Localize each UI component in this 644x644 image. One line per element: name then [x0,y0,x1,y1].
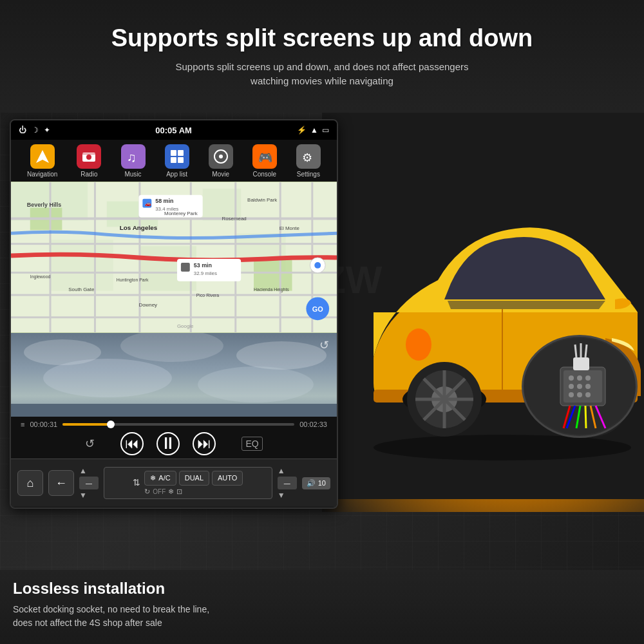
auto-label: AUTO [218,474,237,482]
volume-icon: 🔊 [307,479,316,488]
svg-rect-49 [178,150,184,156]
volume-control[interactable]: 🔊 10 [302,477,330,489]
home-button[interactable]: ⌂ [17,470,43,496]
svg-text:♫: ♫ [127,150,137,164]
app-applist[interactable]: App list [165,144,189,178]
radio-icon [77,144,101,169]
applist-icon [165,144,189,169]
svg-text:53 min: 53 min [194,262,212,269]
dual-button[interactable]: DUAL [179,471,209,486]
svg-line-40 [575,345,576,357]
svg-text:58 min: 58 min [155,198,173,204]
console-icon: 🎮 [252,144,277,169]
ac-button[interactable]: ❄ A/C [144,471,176,486]
brightness-icon: ✦ [44,126,50,135]
navigation-icon [30,144,55,169]
temp-down-right[interactable]: ▼ [278,491,297,500]
app-console[interactable]: 🎮 Console [252,144,277,178]
car-visual [322,113,644,512]
progress-track[interactable] [62,423,294,426]
car-section [322,113,644,512]
back-button[interactable]: ← [48,470,74,496]
settings-label: Settings [297,171,320,178]
video-background [11,333,337,426]
svg-text:Downey: Downey [138,302,157,308]
svg-point-27 [569,384,574,389]
moon-icon: ☽ [32,126,39,135]
replay-icon[interactable]: ↺ [319,338,329,352]
app-radio[interactable]: Radio [77,144,101,178]
svg-rect-65 [11,217,337,220]
app-music[interactable]: ♫ Music [121,144,146,178]
power-icon: ⏻ [19,126,26,135]
repeat-button[interactable]: ↺ [85,437,95,451]
bottom-title: Lossless installation [13,580,631,598]
app-navigation[interactable]: Navigation [27,144,57,178]
svg-rect-39 [573,357,589,370]
auto-button[interactable]: AUTO [212,471,243,486]
svg-rect-51 [178,157,184,163]
svg-text:Google: Google [177,323,194,329]
volume-level: 10 [318,479,326,487]
usb-icon: ⚡ [297,126,307,135]
app-movie[interactable]: Movie [209,144,233,178]
svg-point-30 [569,392,574,397]
svg-point-53 [219,155,223,158]
svg-text:🚗: 🚗 [145,200,151,207]
progress-bar-container: ≡ 00:00:31 00:02:33 [21,421,327,428]
svg-text:Hacienda Heights: Hacienda Heights [254,287,289,292]
svg-rect-48 [171,150,176,156]
temp-display-left: — [79,477,99,489]
screen-icon: ▭ [322,126,329,135]
svg-text:El Monte: El Monte [279,225,300,231]
temp-value-right: — [284,480,290,487]
svg-text:Inglewood: Inglewood [30,274,51,279]
right-temp-control: ▲ — ▼ [278,466,297,500]
svg-point-102 [314,262,321,269]
svg-text:Huntington Park: Huntington Park [117,278,149,283]
eq-button[interactable]: EQ [242,437,262,451]
climate-buttons: ❄ A/C DUAL AUTO ↻ OFF ❄ ⊡ [144,471,243,496]
next-button[interactable]: ⏭ [193,432,216,455]
svg-rect-83 [181,263,190,272]
fan-icon-container: ⇅ [133,477,140,489]
control-buttons: ↺ ⏮ ⏸ ⏭ EQ [21,432,327,455]
playlist-icon: ≡ [21,421,24,428]
video-controls: ≡ 00:00:31 00:02:33 ↺ ⏮ ⏸ ⏭ EQ [11,417,337,459]
svg-point-24 [569,375,574,381]
svg-point-107 [43,359,172,397]
svg-point-26 [585,375,591,381]
sub-title: Supports split screens up and down, and … [175,60,468,89]
dual-label: DUAL [185,474,204,482]
progress-dot [107,421,115,428]
fan-icon: ⇅ [133,477,140,488]
svg-rect-66 [11,243,337,245]
map-area[interactable]: 🚗 58 min 33.4 miles 53 min 32.9 miles Be… [11,182,337,333]
app-settings[interactable]: ⚙ Settings [296,144,321,178]
svg-rect-74 [234,182,236,332]
svg-point-108 [198,366,314,402]
device-section: ⏻ ☽ ✦ 00:05 AM ⚡ ▲ ▭ Navigation Radio ♫ [10,119,338,509]
temp-display-right: — [278,477,297,489]
defrost-icon: ❄ [168,488,174,496]
svg-marker-43 [36,150,49,163]
temp-up-right[interactable]: ▲ [278,466,297,475]
bottom-section: Lossless installation Socket docking soc… [0,570,644,644]
recirculation-icon: ↻ [144,488,150,496]
prev-button[interactable]: ⏮ [120,432,144,455]
current-time: 00:00:31 [30,421,57,428]
pause-button[interactable]: ⏸ [156,432,180,455]
temp-down-left[interactable]: ▼ [79,491,99,500]
svg-text:Monterey Park: Monterey Park [164,211,198,217]
temp-up-left[interactable]: ▲ [79,466,99,475]
svg-text:🎮: 🎮 [258,151,273,165]
status-time: 00:05 AM [155,126,192,135]
navigation-label: Navigation [27,171,57,178]
svg-text:Los Angeles: Los Angeles [120,224,158,231]
svg-rect-69 [11,316,337,318]
svg-text:GO: GO [312,305,323,313]
radio-label: Radio [80,171,97,178]
svg-point-32 [585,392,591,397]
status-bar: ⏻ ☽ ✦ 00:05 AM ⚡ ▲ ▭ [11,120,337,140]
movie-icon [209,144,233,169]
